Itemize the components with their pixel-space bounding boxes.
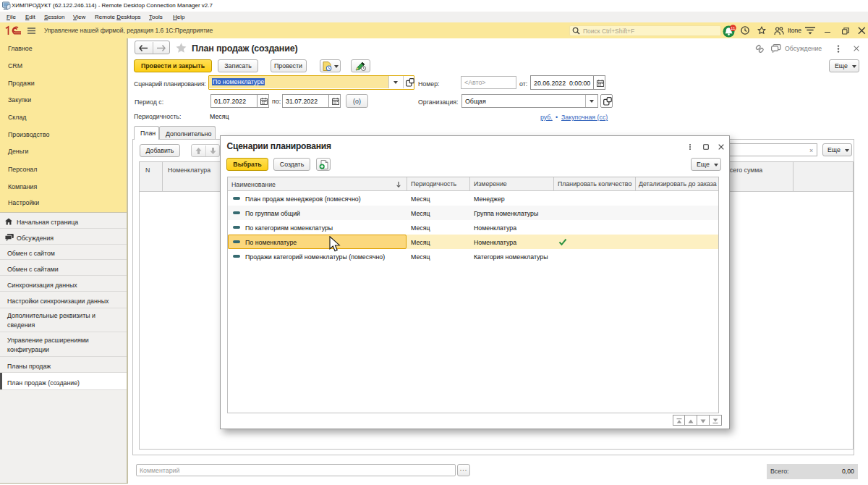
svg-text:11: 11 xyxy=(731,25,736,30)
